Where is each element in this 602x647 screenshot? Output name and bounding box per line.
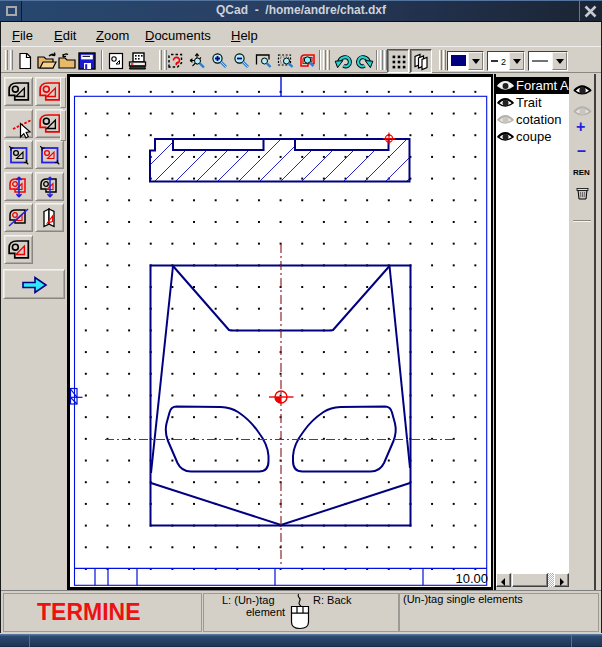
svg-text:10.00: 10.00 — [455, 571, 488, 586]
svg-text:2: 2 — [501, 57, 506, 67]
